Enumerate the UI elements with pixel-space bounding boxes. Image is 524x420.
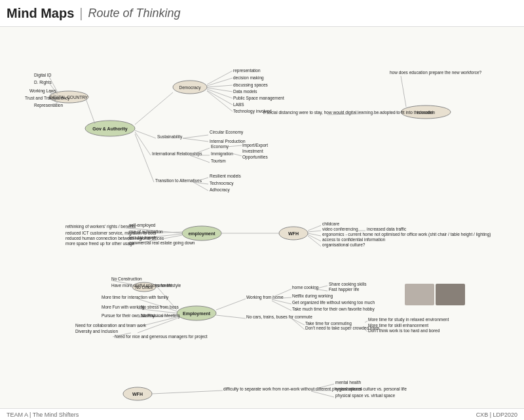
svg-text:WFH: WFH xyxy=(132,392,143,396)
svg-text:Working Laws: Working Laws xyxy=(29,88,56,94)
svg-text:decision making: decision making xyxy=(233,75,264,81)
svg-text:Digital ID: Digital ID xyxy=(34,73,52,78)
svg-line-53 xyxy=(190,155,210,162)
svg-text:Investment: Investment xyxy=(242,149,263,153)
svg-text:commercial real estate going d: commercial real estate going down xyxy=(129,240,195,246)
svg-text:childcare: childcare xyxy=(322,221,339,226)
svg-text:Data models: Data models xyxy=(233,89,257,94)
page-title: Mind Maps xyxy=(7,6,74,21)
svg-rect-127 xyxy=(405,284,434,305)
page-subtitle: Route of Thinking xyxy=(88,7,181,20)
mindmap-canvas: text { font-family: Arial, sans-serif; }… xyxy=(0,27,524,420)
svg-text:Transition to Alternatives: Transition to Alternatives xyxy=(155,178,202,183)
svg-text:Public Space management: Public Space management xyxy=(233,96,284,101)
svg-line-63 xyxy=(193,182,208,191)
svg-text:No Construction: No Construction xyxy=(111,277,142,281)
svg-text:Economy: Economy xyxy=(211,144,229,149)
svg-line-30 xyxy=(207,91,233,111)
svg-text:Employment: Employment xyxy=(183,311,211,316)
svg-text:Working from home: Working from home xyxy=(246,295,284,300)
svg-text:Have more useful spaces for li: Have more useful spaces for lifestyle xyxy=(111,283,181,288)
svg-line-18 xyxy=(207,71,233,85)
header: Mind Maps | Route of Thinking xyxy=(0,0,524,27)
svg-text:Democracy: Democracy xyxy=(179,85,202,90)
svg-text:WFH: WFH xyxy=(288,231,299,236)
svg-text:Trust and Transparency: Trust and Transparency xyxy=(25,96,70,101)
svg-line-26 xyxy=(207,89,233,98)
svg-text:More time for study in relaxed: More time for study in relaxed environme… xyxy=(368,317,449,322)
svg-text:home cooking: home cooking xyxy=(292,285,319,290)
svg-line-39 xyxy=(135,130,156,138)
svg-text:video conferencing: video conferencing xyxy=(322,227,358,232)
svg-text:Tourism: Tourism xyxy=(211,159,226,163)
svg-line-42 xyxy=(183,138,208,142)
svg-text:No stress from boss: No stress from boss xyxy=(141,305,179,309)
svg-line-154 xyxy=(311,391,334,397)
svg-text:employment: employment xyxy=(188,231,215,237)
svg-text:Netflix during working: Netflix during working xyxy=(292,294,333,299)
svg-text:Take much time for their own f: Take much time for their own favorite ho… xyxy=(292,307,375,312)
svg-text:Sustainability: Sustainability xyxy=(157,134,183,140)
svg-line-28 xyxy=(207,90,233,105)
svg-text:organisational culture?: organisational culture? xyxy=(322,242,365,248)
svg-text:Technocracy: Technocracy xyxy=(210,181,234,186)
svg-text:Need for collaboration and tea: Need for collaboration and team work xyxy=(75,323,147,328)
svg-line-58 xyxy=(135,134,154,182)
svg-line-83 xyxy=(308,225,321,231)
svg-line-49 xyxy=(227,145,242,147)
svg-text:representation: representation xyxy=(233,68,261,73)
svg-text:self-employed: self-employed xyxy=(129,223,156,228)
footer-right: CXB | LDP2020 xyxy=(476,411,517,418)
svg-text:access to confidential informa: access to confidential information xyxy=(322,237,385,242)
svg-line-22 xyxy=(207,85,233,87)
svg-text:Import/Export: Import/Export xyxy=(242,143,268,148)
header-separator: | xyxy=(79,6,83,21)
svg-line-85 xyxy=(308,231,321,232)
svg-line-20 xyxy=(207,78,233,86)
svg-text:LABS: LABS xyxy=(233,102,244,107)
svg-text:physical space vs. virtual spa: physical space vs. virtual space xyxy=(335,393,395,398)
svg-text:if social distancing were to s: if social distancing were to stay, how w… xyxy=(263,110,434,115)
svg-text:Get organized life without wor: Get organized life without working too m… xyxy=(292,300,375,305)
svg-line-125 xyxy=(314,289,328,291)
svg-text:mental health: mental health xyxy=(335,380,361,385)
svg-text:No cars, trains, buses for com: No cars, trains, buses for commute xyxy=(246,315,312,319)
svg-text:discussing spaces: discussing spaces xyxy=(233,83,268,88)
svg-text:organisational culture vs. per: organisational culture vs. personal life xyxy=(335,387,407,392)
svg-line-24 xyxy=(207,88,233,92)
svg-text:more space freed up for other : more space freed up for other usage xyxy=(66,241,135,246)
svg-line-35 xyxy=(401,76,406,107)
svg-line-17 xyxy=(135,92,173,124)
svg-line-119 xyxy=(216,299,246,310)
svg-line-4 xyxy=(85,97,95,124)
svg-text:Adhocracy: Adhocracy xyxy=(210,187,230,193)
svg-text:Immigration: Immigration xyxy=(211,151,233,157)
svg-text:increased data traffic: increased data traffic xyxy=(367,227,407,231)
svg-line-140 xyxy=(365,321,367,322)
svg-text:Circular Economy: Circular Economy xyxy=(210,130,244,135)
svg-text:Fast happier life: Fast happier life xyxy=(329,287,360,292)
svg-line-131 xyxy=(272,299,291,304)
svg-text:Need for nice and generous man: Need for nice and generous managers for … xyxy=(115,334,208,339)
footer-left: TEAM A | The Mind Shifters xyxy=(7,411,79,418)
svg-text:Resilient models: Resilient models xyxy=(210,174,241,178)
svg-text:how does education prepare the: how does education prepare the new workf… xyxy=(390,70,482,75)
svg-text:Opportunities: Opportunities xyxy=(242,155,268,160)
svg-text:less biz travel: less biz travel xyxy=(129,235,155,240)
svg-text:More time for interaction with: More time for interaction with family xyxy=(102,295,169,300)
svg-text:D. Rights: D. Rights xyxy=(34,80,52,85)
svg-text:International Relationships: International Relationships xyxy=(152,151,202,157)
svg-text:Share cooking skills: Share cooking skills xyxy=(329,282,367,287)
svg-line-93 xyxy=(308,236,321,246)
svg-text:Gov & Authority: Gov & Authority xyxy=(92,126,128,132)
svg-line-135 xyxy=(216,315,246,318)
svg-text:ergonomics - current home not : ergonomics - current home not optimised … xyxy=(322,232,491,237)
svg-line-40 xyxy=(183,135,208,138)
svg-text:rise of automation: rise of automation xyxy=(129,229,163,234)
svg-text:Representation: Representation xyxy=(34,103,63,108)
svg-text:Internal Production: Internal Production xyxy=(210,139,246,143)
svg-text:Diversity and Inclusion: Diversity and Inclusion xyxy=(75,329,118,334)
svg-rect-128 xyxy=(436,284,465,305)
svg-text:Don't think work is too hard a: Don't think work is too hard and bored xyxy=(368,328,440,333)
footer: TEAM A | The Mind Shifters CXB | LDP2020 xyxy=(0,408,524,420)
